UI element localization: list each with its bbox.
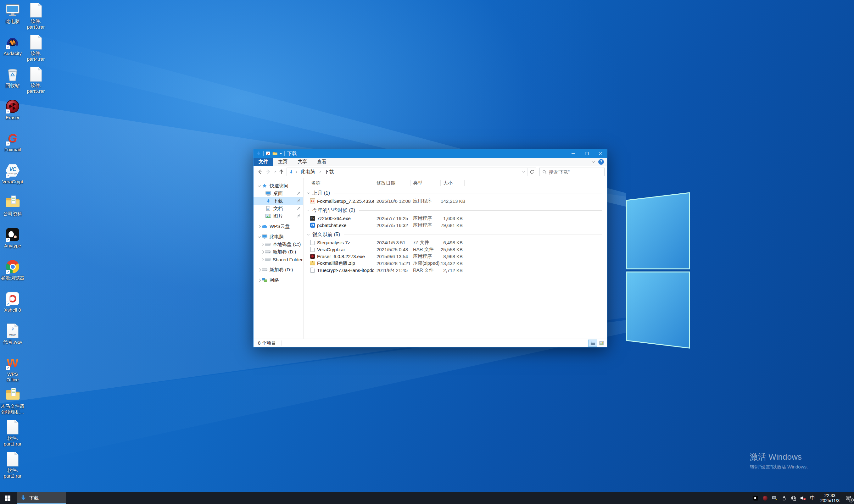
expand-icon[interactable] [257, 235, 261, 238]
sidebar-item-disk-c[interactable]: 本地磁盘 (C:) [253, 240, 303, 248]
ribbon-collapse-icon[interactable] [592, 160, 595, 163]
collapse-icon[interactable] [257, 225, 261, 228]
collapse-icon[interactable] [257, 278, 261, 282]
collapse-icon[interactable] [261, 258, 264, 261]
desktop-icon-rar-part2[interactable]: 软件.part2.rar [1, 451, 24, 479]
column-header-date[interactable]: 修改日期 [374, 180, 410, 186]
sidebar-item-this-pc[interactable]: 此电脑 [253, 233, 303, 240]
desktop-icon-anytype[interactable]: ↗ Anytype [1, 227, 24, 249]
collapse-icon[interactable] [261, 250, 264, 253]
desktop-icon-rar-part3[interactable]: 软件.part3.rar [24, 2, 48, 30]
rar-file-icon [24, 2, 48, 18]
search-input[interactable] [549, 169, 602, 175]
group-header-earlier-this-year[interactable]: 今年的早些时候 (2) [306, 207, 602, 214]
collapse-icon[interactable] [257, 268, 261, 271]
desktop-icon-veracrypt[interactable]: VCVeraCrypt ↗ VeraCrypt [1, 163, 24, 184]
desktop-icon-rar-part5[interactable]: 软件.part5.rar [24, 67, 48, 94]
desktop-icon-foxmail[interactable]: G ↗ Foxmail [1, 131, 24, 152]
title-bar[interactable]: 下载 [253, 149, 607, 158]
desktop-icon-company-files-folder[interactable]: 公司资料 [1, 195, 24, 217]
eraser-tray-icon[interactable] [761, 492, 770, 504]
tab-share[interactable]: 共享 [292, 158, 312, 166]
taskbar-app-downloads[interactable]: 下载 [17, 492, 66, 504]
group-collapse-icon[interactable] [307, 192, 309, 194]
collapse-icon[interactable] [261, 243, 264, 246]
group-collapse-icon[interactable] [307, 209, 309, 211]
desktop-icon-rar-part1[interactable]: 软件.part1.rar [1, 419, 24, 447]
minimize-button[interactable] [567, 149, 580, 158]
taskbar-clock[interactable]: 22:33 2025/11/3 [817, 493, 843, 503]
file-row[interactable]: 7z 7z2500-x64.exe 2025/7/7 19:25 应用程序 1,… [304, 215, 607, 222]
desktop-icon-audacity[interactable]: ↗ Audacity [1, 35, 24, 56]
help-icon[interactable]: ? [598, 159, 604, 165]
anytype-tray-icon[interactable] [751, 492, 761, 504]
desktop-icon-label: 回收站 [1, 83, 24, 88]
desktop-icon-recycle-bin[interactable]: 回收站 [1, 67, 24, 88]
column-header-type[interactable]: 类型 [410, 180, 441, 186]
start-button[interactable] [0, 492, 15, 504]
sidebar-item-shared-folders[interactable]: Shared Folders (\\ [253, 256, 303, 263]
sidebar-item-quick-access[interactable]: 快速访问 [253, 182, 303, 190]
forward-button[interactable] [264, 168, 272, 176]
breadcrumb-chevron-icon[interactable] [317, 168, 322, 176]
maximize-button[interactable] [580, 149, 593, 158]
file-row[interactable]: pcbatchat.exe 2025/7/5 16:32 应用程序 79,681… [304, 222, 607, 229]
column-header-size[interactable]: 大小 [441, 180, 465, 186]
column-header-name[interactable]: 名称 [304, 180, 374, 186]
sidebar-item-documents[interactable]: 文档 [253, 205, 303, 212]
group-collapse-icon[interactable] [307, 233, 309, 235]
desktop-icon-xshell[interactable]: ↗ Xshell 8 [1, 291, 24, 313]
desktop-icon-chrome[interactable]: ↗ 谷歌浏览器 [1, 259, 24, 281]
up-button[interactable] [277, 168, 285, 176]
ime-indicator[interactable]: 中 [808, 492, 817, 504]
desktop-icon-wps-office[interactable]: W ↗ WPS Office [1, 355, 24, 383]
tab-file[interactable]: 文件 [253, 158, 273, 166]
expand-icon[interactable] [257, 184, 261, 187]
vm-warning-tray-icon[interactable] [770, 492, 780, 504]
sidebar-item-downloads[interactable]: 下载 [253, 197, 303, 205]
desktop-icon-rar-part4[interactable]: 软件.part4.rar [24, 35, 48, 62]
new-folder-icon[interactable] [272, 151, 278, 156]
refresh-icon[interactable] [528, 168, 536, 176]
file-row[interactable]: Truecrypt-7.0a-Hans-itopdog.cn.rar 2011/… [304, 267, 607, 273]
recent-locations-icon[interactable] [272, 168, 278, 176]
file-row[interactable]: Foxmail绿色版.zip 2013/6/28 15:21 压缩(zipped… [304, 260, 607, 267]
close-button[interactable] [593, 149, 607, 158]
group-header-last-month[interactable]: 上月 (1) [306, 190, 602, 197]
breadcrumb-chevron-icon[interactable] [293, 168, 299, 176]
file-row[interactable]: Eraser_6.0.8.2273.exe 2015/9/6 13:54 应用程… [304, 253, 607, 260]
address-box[interactable]: 此电脑 下载 [287, 167, 536, 176]
back-button[interactable] [256, 168, 264, 176]
tab-view[interactable]: 查看 [312, 158, 332, 166]
file-row[interactable]: VeraCrypt.rar 2021/5/25 0:48 RAR 文件 25,5… [304, 246, 607, 253]
desktop-icon-trojan-folder[interactable]: 木马文件请勿物理机... [1, 388, 24, 415]
file-row[interactable]: Steganalysis.7z 2024/1/5 3:51 7Z 文件 6,49… [304, 239, 607, 246]
search-box[interactable] [539, 167, 605, 176]
sidebar-item-desktop[interactable]: 桌面 [253, 190, 303, 197]
desktop-icon-wav-file[interactable]: ♪ WAV 代号.wav [1, 323, 24, 345]
file-row[interactable]: G FoxmailSetup_7.2.25.433.exe 2025/10/6 … [304, 197, 607, 204]
address-dropdown-icon[interactable] [519, 168, 528, 176]
breadcrumb-this-pc[interactable]: 此电脑 [299, 169, 317, 175]
network-no-internet-tray-icon[interactable] [789, 492, 798, 504]
volume-muted-tray-icon[interactable] [798, 492, 808, 504]
downloads-folder-icon [256, 151, 261, 156]
desktop-icon-label: 此电脑 [1, 19, 24, 24]
breadcrumb-downloads[interactable]: 下载 [322, 169, 336, 175]
action-center-button[interactable]: 1 [843, 492, 854, 504]
qat-customize-icon[interactable] [280, 153, 282, 155]
sidebar-item-pictures[interactable]: 图片 [253, 212, 303, 220]
desktop-icon-this-pc[interactable]: 此电脑 [1, 2, 24, 24]
sidebar-item-wps-cloud[interactable]: WPS云盘 [253, 222, 303, 230]
details-view-button[interactable] [588, 340, 597, 346]
thumbnails-view-button[interactable] [597, 340, 605, 346]
properties-icon[interactable] [266, 151, 270, 156]
group-header-long-ago[interactable]: 很久以前 (5) [306, 231, 602, 238]
usb-device-tray-icon[interactable] [780, 492, 789, 504]
desktop-icon-eraser[interactable]: ↗ Eraser [1, 99, 24, 121]
sidebar-item-disk-d2[interactable]: 新加卷 (D:) [253, 266, 303, 273]
7zip-file-icon: 7z [310, 216, 315, 221]
sidebar-item-disk-d[interactable]: 新加卷 (D:) [253, 248, 303, 256]
tab-home[interactable]: 主页 [273, 158, 292, 166]
sidebar-item-network[interactable]: 网络 [253, 276, 303, 284]
